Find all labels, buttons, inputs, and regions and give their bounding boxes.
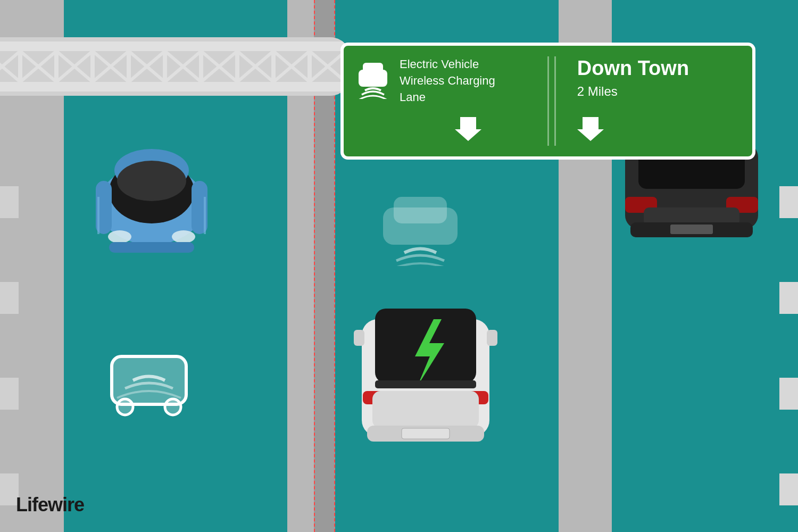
parking-stripe: [779, 473, 798, 505]
svg-point-50: [172, 230, 195, 243]
svg-marker-41: [455, 117, 481, 141]
sign-ev-text: Electric Vehicle Wireless Charging Lane: [400, 56, 537, 105]
svg-rect-7: [0, 82, 346, 92]
sign-downtown-section: Down Town 2 Miles: [561, 56, 742, 146]
ev-car-icon: [354, 56, 392, 99]
left-parking-stripe: [0, 186, 19, 218]
road-charging-pad-icon: [96, 340, 202, 436]
highway-sign: Electric Vehicle Wireless Charging Lane …: [340, 43, 755, 160]
sign-divider: [554, 56, 556, 146]
sign-downtown-title: Down Town 2 Miles: [577, 56, 742, 99]
left-parking-stripe: [0, 378, 19, 410]
svg-rect-59: [372, 391, 479, 428]
svg-rect-40: [363, 63, 383, 74]
svg-rect-61: [402, 428, 450, 439]
svg-rect-62: [375, 380, 476, 388]
sign-downtown-arrow: [577, 114, 742, 146]
sign-ev-icon-section: [354, 56, 397, 146]
sign-ev-text-section: Electric Vehicle Wireless Charging Lane: [397, 56, 549, 146]
left-parking-stripe: [0, 282, 19, 314]
svg-rect-71: [670, 225, 713, 234]
lifewire-logo: Lifewire: [16, 494, 84, 516]
overhead-bridge: [0, 37, 351, 96]
white-ev-car: [351, 287, 500, 458]
parking-stripe: [779, 186, 798, 218]
road-ev-icon: [372, 181, 468, 266]
svg-rect-2: [112, 356, 186, 404]
svg-point-3: [117, 399, 133, 415]
svg-rect-1: [394, 197, 447, 223]
sign-ev-arrow: [400, 114, 537, 146]
svg-rect-63: [354, 330, 364, 346]
svg-point-4: [165, 399, 181, 415]
road-scene: Electric Vehicle Wireless Charging Lane …: [0, 0, 798, 532]
parking-stripe: [779, 282, 798, 314]
svg-rect-51: [109, 242, 194, 253]
svg-rect-64: [487, 330, 497, 346]
parking-stripe: [779, 378, 798, 410]
svg-marker-42: [577, 117, 604, 141]
svg-point-46: [117, 161, 186, 201]
svg-rect-6: [0, 41, 346, 51]
svg-point-49: [108, 230, 131, 243]
blue-car: [82, 128, 221, 266]
